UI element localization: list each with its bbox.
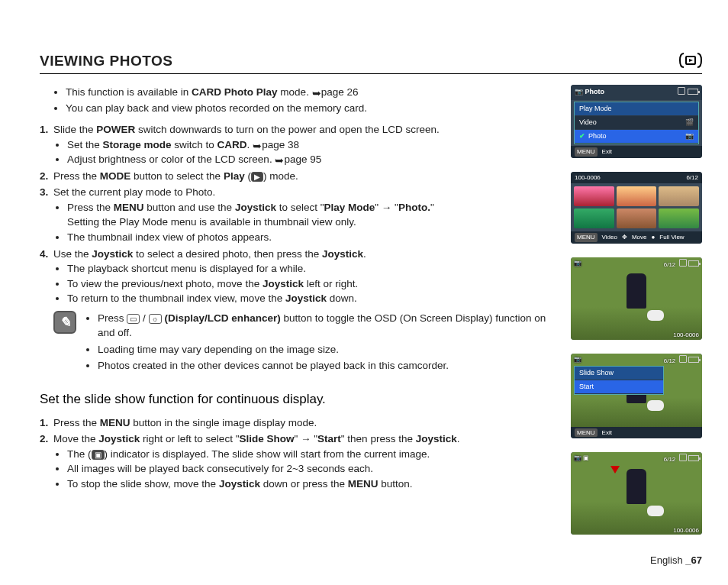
slideshow-running-icon: ▣ [583, 454, 589, 461]
dog-graphic [647, 310, 664, 321]
person-graphic [627, 469, 646, 504]
step-3-sub-2: The thumbnail index view of photos appea… [67, 230, 556, 245]
step-2: 2. Press the MODE button to select the P… [53, 169, 556, 184]
ref-arrow-icon: ➥ [253, 139, 262, 154]
thumbnail [659, 186, 699, 206]
card-icon [678, 87, 685, 95]
camera-icon: 📷 [574, 356, 581, 363]
menu-item-playmode: Play Mode [575, 102, 698, 116]
slideshow-icon: ▣ [92, 450, 105, 460]
note-pencil-icon: ✎ [53, 311, 76, 334]
menu-button-icon: MENU [575, 147, 598, 157]
s2-sub-1: The (▣) indicator is displayed. The slid… [67, 447, 556, 462]
step-4: 4. Use the Joystick to select a desired … [53, 247, 556, 306]
red-pointer-icon [610, 466, 620, 473]
ref-arrow-icon: ➥ [275, 154, 284, 169]
battery-icon [688, 89, 698, 95]
step-4-sub-1: The playback shortcut menu is displayed … [67, 261, 556, 276]
menu-item-video: Video🎬 [575, 116, 698, 130]
lcd-enhancer-icon: ☼ [149, 314, 162, 324]
battery-icon [688, 357, 699, 363]
video-icon: 🎬 [685, 118, 694, 128]
play-icon: ▶ [251, 172, 263, 182]
note-2: Loading time may vary depending on the i… [98, 342, 556, 357]
step-3: 3. Set the current play mode to Photo. P… [53, 185, 556, 244]
battery-icon [688, 260, 699, 267]
s2-sub-2: All images will be played back consecuti… [67, 461, 556, 477]
card-icon [679, 259, 687, 267]
dog-graphic [647, 400, 664, 411]
menu-button-icon: MENU [575, 233, 598, 242]
menu-item-photo: ✔Photo📷 [575, 130, 698, 144]
page-title: VIEWING PHOTOS [40, 50, 173, 72]
screen-slideshow-running: 📷 ▣6/12 100-0006 [571, 452, 702, 535]
thumbnail [617, 208, 657, 228]
intro-line-2: You can play back and view photos record… [66, 101, 556, 116]
s2-sub-3: To stop the slide show, move the Joystic… [67, 477, 556, 492]
screen-playmode-menu: 📷 Photo Play Mode Video🎬 ✔Photo📷 MENUExi… [571, 85, 702, 158]
ref-arrow-icon: ➥ [312, 86, 321, 102]
screen-slideshow-menu: 📷6/12 Slide Show Start MENUExit [571, 354, 702, 439]
menu-item-slideshow: Slide Show [575, 367, 663, 380]
thumbnail [617, 186, 657, 206]
slideshow-heading: Set the slide show function for continuo… [40, 390, 556, 409]
note-block: ✎ Press ▭ / ☼ (Display/LCD enhancer) but… [40, 311, 556, 375]
move-icon: ✥ [622, 233, 627, 242]
menu-button-icon: MENU [575, 428, 598, 438]
step-4-sub-3: To return to the thumbnail index view, m… [67, 291, 556, 306]
intro-line-1: This function is available in CARD Photo… [66, 85, 556, 100]
person-graphic [627, 273, 646, 309]
screen-fullview: 📷6/12 100-0006 [571, 257, 702, 340]
step-1: 1. Slide the POWER switch downwards to t… [53, 122, 556, 167]
header: VIEWING PHOTOS [40, 47, 702, 74]
body-text: This function is available in CARD Photo… [40, 85, 556, 535]
step-4-sub-2: To view the previous/next photo, move th… [67, 276, 556, 292]
camera-icon: 📷 [574, 454, 581, 461]
card-icon [679, 355, 687, 363]
step-1-sub-2: Adjust brightness or color of the LCD sc… [67, 152, 556, 167]
check-icon: ✔ [579, 132, 585, 140]
play-mode-bracket-icon [679, 47, 702, 72]
thumbnail [574, 208, 614, 228]
dog-graphic [647, 506, 664, 516]
screen-thumbnails: 100-00066/12 MENUVideo✥Move●Full View [571, 172, 702, 244]
card-icon [679, 454, 687, 461]
step-1-sub-1: Set the Storage mode switch to CARD. ➥pa… [67, 137, 556, 153]
ok-icon: ● [651, 233, 655, 242]
s2-step-2: 2. Move the Joystick right or left to se… [53, 431, 556, 491]
camera-screens: 📷 Photo Play Mode Video🎬 ✔Photo📷 MENUExi… [571, 85, 702, 535]
camera-icon: 📷 [574, 260, 581, 267]
note-3: Photos created in the other devices cann… [98, 358, 556, 373]
thumbnail [574, 186, 614, 206]
display-icon: ▭ [127, 314, 140, 324]
note-1: Press ▭ / ☼ (Display/LCD enhancer) butto… [98, 311, 556, 341]
camera-icon: 📷 [685, 131, 694, 141]
menu-item-start: Start [575, 380, 663, 394]
step-3-sub-1: Press the MENU button and use the Joysti… [67, 200, 556, 230]
thumbnail [659, 208, 699, 228]
page-number: English _67 [650, 554, 702, 568]
battery-icon [688, 455, 699, 461]
s2-step-1: 1. Press the MENU button in the single i… [53, 415, 556, 431]
photo-icon: 📷 [575, 88, 583, 95]
